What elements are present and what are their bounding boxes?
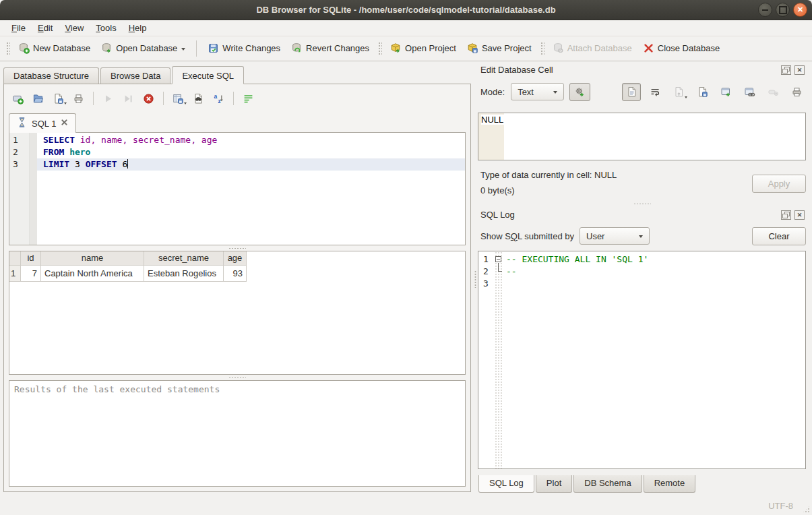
editor-code[interactable]: FROM hero xyxy=(37,146,465,158)
save-sql-file-button[interactable] xyxy=(49,90,67,107)
text-mode-button[interactable] xyxy=(622,83,641,101)
editor-margin xyxy=(30,146,37,158)
word-wrap-button[interactable] xyxy=(239,90,257,107)
cell-type-text: Type of data currently in cell: NULL xyxy=(480,167,752,183)
editor-table-splitter[interactable] xyxy=(9,245,466,251)
apply-button[interactable]: Apply xyxy=(752,175,806,193)
menu-help[interactable]: Help xyxy=(123,21,153,35)
table-cell[interactable]: 93 xyxy=(224,266,247,282)
write-changes-button[interactable]: Write Changes xyxy=(202,40,286,57)
editor-code[interactable]: LIMIT 3 OFFSET 6 xyxy=(37,158,465,171)
column-header-name[interactable]: name xyxy=(41,251,144,266)
dropdown-arrow-icon[interactable] xyxy=(64,102,67,106)
tab-database-structure[interactable]: Database Structure xyxy=(3,67,99,84)
dock-tab-remote[interactable]: Remote xyxy=(644,475,696,493)
svg-text:z: z xyxy=(218,97,221,104)
log-text xyxy=(503,278,506,290)
left-panel: Database StructureBrowse DataExecute SQL… xyxy=(0,61,473,497)
table-cell[interactable]: Esteban Rogelios xyxy=(144,266,224,282)
open-project-button[interactable]: Open Project xyxy=(385,40,462,57)
dropdown-arrow-icon[interactable] xyxy=(685,96,687,100)
toolbar-button-label: Save Project xyxy=(482,42,532,54)
main-area: Database StructureBrowse DataExecute SQL… xyxy=(0,61,812,497)
close-dock-icon[interactable] xyxy=(794,65,805,75)
cell-content: NULL xyxy=(481,115,505,125)
collapse-icon[interactable] xyxy=(495,256,501,262)
sql-tab-label: SQL 1 xyxy=(32,119,56,129)
editor-margin xyxy=(30,158,37,171)
execute-all-button xyxy=(99,90,117,107)
print-sql-button[interactable] xyxy=(69,90,88,107)
minimize-button[interactable] xyxy=(758,3,772,17)
close-button[interactable] xyxy=(793,3,807,17)
new-sql-tab-button[interactable] xyxy=(9,90,27,107)
cell-edit-area[interactable]: NULL xyxy=(478,113,806,160)
print-button[interactable] xyxy=(787,83,806,101)
column-header-age[interactable]: age xyxy=(224,251,247,266)
column-header-id[interactable]: id xyxy=(21,251,41,266)
editor-code[interactable]: SELECT id, name, secret_name, age xyxy=(37,134,465,146)
new-database-button[interactable]: New Database xyxy=(13,40,96,57)
find-replace-button[interactable] xyxy=(189,90,208,107)
save-project-button[interactable]: Save Project xyxy=(462,40,537,57)
tab-execute-sql[interactable]: Execute SQL xyxy=(172,66,244,84)
menu-file[interactable]: File xyxy=(5,21,32,35)
window-title: DB Browser for SQLite - /home/user/code/… xyxy=(0,5,812,15)
toolbar-button-label: Attach Database xyxy=(567,42,632,54)
menu-edit[interactable]: Edit xyxy=(32,21,59,35)
dock-tab-plot[interactable]: Plot xyxy=(536,475,572,493)
float-dock-icon[interactable] xyxy=(781,210,791,220)
float-dock-icon[interactable] xyxy=(781,65,791,75)
menu-tools[interactable]: Tools xyxy=(90,21,122,35)
title-bar[interactable]: DB Browser for SQLite - /home/user/code/… xyxy=(0,0,812,20)
mode-select[interactable]: Text xyxy=(511,83,564,100)
format-sql-button[interactable]: az xyxy=(210,90,228,107)
toolbar-handle[interactable] xyxy=(377,41,382,56)
save-results-button[interactable] xyxy=(169,90,187,107)
row-header[interactable]: 1 xyxy=(9,266,21,282)
revert-changes-icon xyxy=(291,42,303,54)
toolbar-handle[interactable] xyxy=(5,41,10,56)
dock-splitter[interactable] xyxy=(478,200,806,208)
table-message-splitter[interactable] xyxy=(9,375,466,380)
dropdown-arrow-icon[interactable] xyxy=(181,48,185,53)
open-sql-file-button[interactable] xyxy=(29,90,47,107)
close-database-button[interactable]: Close Database xyxy=(637,40,726,57)
sql-log-dock-header: SQL Log xyxy=(478,208,806,222)
open-database-button[interactable]: Open Database xyxy=(96,40,191,57)
menu-view[interactable]: View xyxy=(59,21,90,35)
sql-log-view[interactable]: 1-- EXECUTING ALL IN 'SQL 1'2--3 xyxy=(478,251,806,469)
log-line-number: 1 xyxy=(478,253,495,266)
sql-editor[interactable]: 1SELECT id, name, secret_name, age2FROM … xyxy=(9,132,466,245)
close-sql-tab-icon[interactable] xyxy=(60,118,69,129)
table-row: 17Captain North AmericaEsteban Rogelios9… xyxy=(9,266,465,282)
export-data-button[interactable] xyxy=(693,83,712,101)
column-header-secret-name[interactable]: secret_name xyxy=(144,251,224,266)
resize-grip[interactable] xyxy=(803,506,810,513)
tab-browse-data[interactable]: Browse Data xyxy=(100,67,170,84)
auto-switch-mode-button[interactable] xyxy=(569,83,590,101)
table-cell[interactable]: Captain North America xyxy=(41,266,144,282)
toolbar-handle[interactable] xyxy=(540,41,544,56)
dock-tab-db-schema[interactable]: DB Schema xyxy=(573,475,642,493)
copy-link-button[interactable] xyxy=(740,83,759,101)
submitted-by-select[interactable]: User xyxy=(580,227,650,245)
clear-log-button[interactable]: Clear xyxy=(752,227,806,245)
revert-changes-button[interactable]: Revert Changes xyxy=(286,40,375,57)
write-changes-icon xyxy=(208,42,219,54)
results-placeholder: Results of the last executed statements xyxy=(14,384,220,394)
open-in-window-button[interactable] xyxy=(716,83,735,101)
import-data-button xyxy=(669,83,688,101)
word-wrap-button[interactable] xyxy=(646,83,664,101)
dropdown-arrow-icon[interactable] xyxy=(184,102,187,106)
table-header-row: idnamesecret_nameage xyxy=(9,251,465,266)
sql-toolbar: az xyxy=(9,88,466,109)
close-dock-icon[interactable] xyxy=(794,210,805,220)
stop-execution-button[interactable] xyxy=(139,90,158,107)
sql-tab[interactable]: SQL 1 xyxy=(9,113,76,133)
hourglass-icon xyxy=(16,117,28,130)
toolbar-separator xyxy=(233,92,234,105)
table-cell[interactable]: 7 xyxy=(21,266,41,282)
dock-tab-sql-log[interactable]: SQL Log xyxy=(478,475,534,493)
maximize-button[interactable] xyxy=(776,3,790,17)
